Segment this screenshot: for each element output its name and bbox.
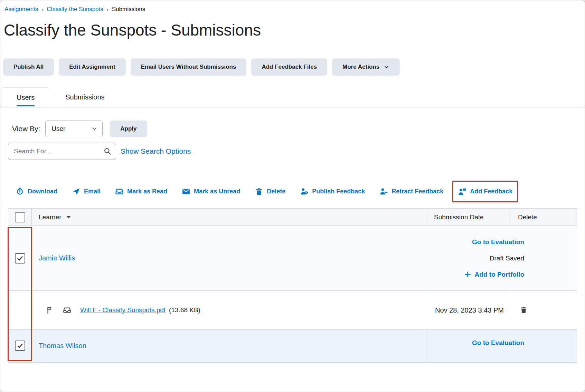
breadcrumb-separator: › [41, 7, 43, 12]
add-feedback-icon [458, 187, 466, 196]
tab-submissions-label: Submissions [65, 93, 104, 101]
header-learner-cell: Learner [32, 209, 428, 226]
delete-column-header: Delete [518, 213, 537, 221]
download-label: Download [28, 188, 57, 195]
tab-users[interactable]: Users [1, 87, 50, 107]
add-feedback-wrap: Add Feedback [458, 187, 512, 196]
view-by-select[interactable]: User [45, 121, 103, 137]
page-title: Classify the Sunspots - Submissions [4, 21, 585, 39]
more-actions-button[interactable]: More Actions [332, 58, 400, 76]
submissions-toolbar: Download Email Mark as Read Mark as Unre… [16, 185, 585, 197]
assignment-submissions-page: Assignments › Classify the Sunspots › Su… [0, 0, 585, 392]
file-size-text: (13.68 KB) [169, 306, 200, 314]
download-button[interactable]: Download [16, 187, 57, 196]
search-wrap [8, 143, 116, 160]
select-all-checkbox[interactable] [15, 212, 25, 222]
row-checkbox-cell [8, 329, 32, 362]
table-row-jamie-willis: Jamie Willis Go to Evaluation Draft Save… [8, 226, 577, 291]
trash-icon [520, 306, 528, 314]
row-checkbox-cell [8, 226, 32, 290]
draft-saved-link[interactable]: Draft Saved [490, 255, 524, 262]
check-icon [17, 342, 23, 349]
breadcrumb-assignments[interactable]: Assignments [4, 6, 38, 13]
retract-feedback-label: Retract Feedback [391, 188, 443, 195]
go-to-evaluation-link[interactable]: Go to Evaluation [472, 238, 524, 246]
go-to-evaluation-link[interactable]: Go to Evaluation [472, 339, 524, 347]
delete-cell [511, 291, 577, 329]
chevron-down-icon [91, 126, 97, 132]
email-send-icon [72, 187, 81, 196]
add-feedback-button[interactable]: Add Feedback [458, 187, 512, 196]
learner-cell: Jamie Willis [32, 226, 428, 290]
mark-as-read-label: Mark as Read [127, 188, 167, 195]
row-checkbox-cell [8, 291, 32, 329]
apply-button[interactable]: Apply [110, 121, 147, 137]
flag-icon[interactable] [46, 306, 54, 314]
mark-as-read-button[interactable]: Mark as Read [115, 187, 167, 196]
breadcrumb-submissions: Submissions [112, 6, 145, 13]
view-by-selected-value: User [51, 125, 65, 133]
add-feedback-files-button[interactable]: Add Feedback Files [251, 58, 327, 76]
breadcrumb: Assignments › Classify the Sunspots › Su… [0, 0, 585, 13]
view-by-row: View By: User Apply [12, 121, 585, 137]
delete-submission-button[interactable] [520, 306, 528, 314]
breadcrumb-classify-the-sunspots[interactable]: Classify the Sunspots [47, 6, 103, 13]
add-feedback-label: Add Feedback [470, 188, 512, 195]
search-icon[interactable] [103, 147, 112, 155]
search-input[interactable] [8, 143, 116, 160]
publish-all-button[interactable]: Publish All [3, 58, 54, 76]
read-status-icon [63, 306, 71, 314]
mark-as-unread-button[interactable]: Mark as Unread [182, 187, 240, 196]
tab-users-label: Users [17, 94, 35, 102]
mark-read-icon [115, 187, 124, 196]
more-actions-label: More Actions [342, 64, 379, 70]
delete-button[interactable]: Delete [255, 187, 285, 196]
header-submission-date-cell: Submission Date [428, 209, 511, 226]
view-by-label: View By: [12, 125, 40, 133]
trash-icon [255, 187, 263, 196]
table-header-row: Learner Submission Date Delete [8, 209, 577, 226]
submissions-table: Learner Submission Date Delete Jamie Wil… [8, 208, 577, 363]
submission-file-link[interactable]: Will F - Classify Sunspots.pdf [80, 306, 166, 314]
table-row-submission-file: Will F - Classify Sunspots.pdf (13.68 KB… [8, 291, 577, 329]
email-users-without-submissions-button[interactable]: Email Users Without Submissions [131, 58, 247, 76]
mark-unread-icon [182, 187, 190, 196]
submission-date-column-header: Submission Date [434, 213, 484, 221]
evaluation-cell: Go to Evaluation Draft Saved Add to Port… [428, 226, 577, 290]
file-cell: Will F - Classify Sunspots.pdf (13.68 KB… [32, 291, 428, 329]
learner-name-link[interactable]: Thomas Wilson [39, 342, 86, 350]
download-icon [16, 187, 24, 196]
learner-column-header: Learner [39, 213, 62, 221]
retract-feedback-button[interactable]: Retract Feedback [379, 187, 443, 196]
learner-sort-caret-icon[interactable] [66, 216, 71, 219]
evaluation-cell: Go to Evaluation [428, 329, 577, 362]
submission-date-cell: Nov 28, 2023 3:43 PM [428, 291, 511, 329]
publish-feedback-label: Publish Feedback [312, 188, 365, 195]
learner-cell: Thomas Wilson [32, 329, 428, 362]
tab-bar: Users Submissions [0, 87, 585, 107]
add-to-portfolio-label: Add to Portfolio [474, 271, 524, 278]
chevron-down-icon [384, 64, 389, 70]
jamie-willis-checkbox[interactable] [15, 253, 25, 264]
action-buttons-row: Publish All Edit Assignment Email Users … [3, 58, 585, 76]
edit-assignment-button[interactable]: Edit Assignment [59, 58, 126, 76]
retract-feedback-icon [379, 187, 388, 196]
email-label: Email [84, 188, 101, 195]
learner-name-link[interactable]: Jamie Willis [39, 254, 75, 262]
publish-feedback-button[interactable]: Publish Feedback [300, 187, 365, 196]
breadcrumb-separator: › [107, 7, 108, 12]
submission-date-value: Nov 28, 2023 3:43 PM [435, 304, 504, 316]
thomas-wilson-checkbox[interactable] [15, 341, 25, 351]
publish-feedback-icon [300, 187, 309, 196]
check-icon [17, 255, 23, 262]
email-button[interactable]: Email [72, 187, 101, 196]
show-search-options-link[interactable]: Show Search Options [121, 147, 191, 155]
search-row: Show Search Options [8, 143, 585, 160]
plus-icon [464, 271, 471, 278]
header-delete-cell: Delete [511, 209, 577, 226]
tab-submissions[interactable]: Submissions [50, 87, 120, 107]
mark-as-unread-label: Mark as Unread [194, 188, 240, 195]
add-to-portfolio-link[interactable]: Add to Portfolio [464, 271, 524, 278]
delete-label: Delete [267, 188, 285, 195]
header-checkbox-cell [8, 209, 32, 226]
